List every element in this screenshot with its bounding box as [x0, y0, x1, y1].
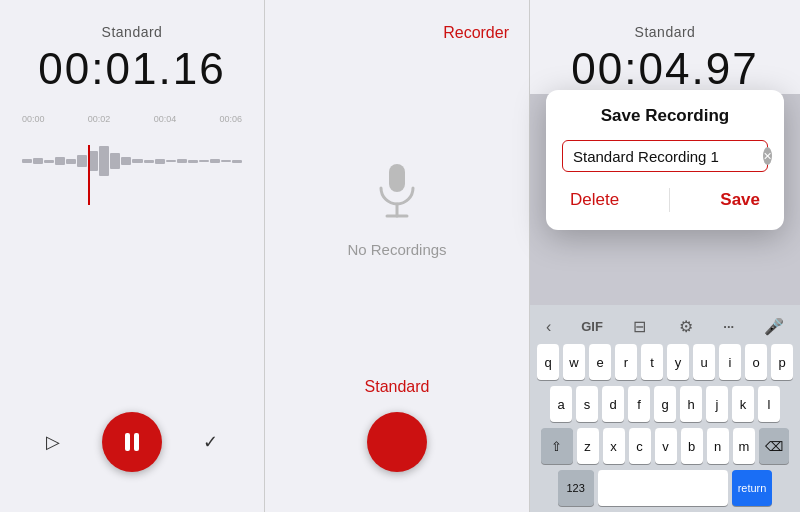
key-d[interactable]: d: [602, 386, 624, 422]
keyboard-settings-button[interactable]: ⚙: [675, 315, 697, 338]
waveform-label-3: 00:06: [219, 114, 242, 124]
key-y[interactable]: y: [667, 344, 689, 380]
key-h[interactable]: h: [680, 386, 702, 422]
waveform-bar: [132, 159, 142, 163]
empty-state: No Recordings: [347, 42, 446, 378]
waveform-labels: 00:00 00:02 00:04 00:06: [22, 114, 242, 124]
delete-button[interactable]: Delete: [562, 186, 627, 214]
waveform-area: 00:00 00:02 00:04 00:06: [22, 114, 242, 194]
key-n[interactable]: n: [707, 428, 729, 464]
mode-label: Standard: [365, 378, 430, 396]
waveform-bar: [155, 159, 165, 164]
waveform-bar: [232, 160, 242, 163]
return-key[interactable]: return: [732, 470, 773, 506]
waveform-bar: [33, 158, 43, 164]
keyboard-mic-button[interactable]: 🎤: [760, 315, 788, 338]
save-button[interactable]: Save: [712, 186, 768, 214]
dialog-input-row: ✕: [562, 140, 768, 172]
keyboard-more-button[interactable]: ···: [723, 319, 734, 334]
rewind-button[interactable]: ▷: [35, 424, 71, 460]
waveform-bar: [144, 160, 154, 163]
key-o[interactable]: o: [745, 344, 767, 380]
record-button[interactable]: [367, 412, 427, 472]
key-g[interactable]: g: [654, 386, 676, 422]
waveform-canvas: [22, 131, 242, 191]
key-s[interactable]: s: [576, 386, 598, 422]
key-a[interactable]: a: [550, 386, 572, 422]
panel3-top: Standard 00:04.97: [530, 0, 800, 94]
waveform-label-1: 00:02: [88, 114, 111, 124]
key-r[interactable]: r: [615, 344, 637, 380]
key-f[interactable]: f: [628, 386, 650, 422]
waveform-bar: [221, 160, 231, 162]
waveform-bar: [110, 153, 120, 169]
dialog-title: Save Recording: [562, 106, 768, 126]
microphone-icon: [373, 162, 421, 229]
waveform-bars: [22, 136, 242, 186]
waveform-label-0: 00:00: [22, 114, 45, 124]
pause-button[interactable]: [102, 412, 162, 472]
key-t[interactable]: t: [641, 344, 663, 380]
space-key[interactable]: [598, 470, 728, 506]
panel1-controls: ▷ ✓: [0, 412, 264, 512]
waveform-bar: [177, 159, 187, 163]
panel2-bottom: Standard: [265, 378, 529, 512]
keyboard-row-1: q w e r t y u i o p: [534, 344, 796, 380]
waveform-bar: [88, 151, 98, 171]
waveform-bar: [121, 157, 131, 165]
waveform-bar: [188, 160, 198, 163]
key-x[interactable]: x: [603, 428, 625, 464]
save-recording-dialog: Save Recording ✕ Delete Save: [546, 90, 784, 230]
svg-rect-0: [389, 164, 405, 192]
keyboard-toolbar: ‹ GIF ⊟ ⚙ ··· 🎤: [534, 311, 796, 344]
no-recordings-label: No Recordings: [347, 241, 446, 258]
key-q[interactable]: q: [537, 344, 559, 380]
keyboard-clipboard-button[interactable]: ⊟: [629, 315, 650, 338]
keyboard-gif-button[interactable]: GIF: [581, 319, 603, 334]
numbers-key[interactable]: 123: [558, 470, 594, 506]
key-u[interactable]: u: [693, 344, 715, 380]
shift-key[interactable]: ⇧: [541, 428, 573, 464]
key-i[interactable]: i: [719, 344, 741, 380]
recording-timer: 00:01.16: [38, 44, 225, 94]
key-m[interactable]: m: [733, 428, 756, 464]
recordings-list-panel: Recorder No Recordings Standard: [265, 0, 530, 512]
key-p[interactable]: p: [771, 344, 793, 380]
keyboard-back-button[interactable]: ‹: [542, 316, 555, 338]
waveform-bar: [66, 159, 76, 164]
panel3-mode-label: Standard: [635, 24, 696, 40]
waveform-bar: [55, 157, 65, 165]
panel1-header: Standard 00:01.16: [38, 24, 225, 94]
waveform-bar: [199, 160, 209, 162]
keyboard-row-2: a s d f g h j k l: [534, 386, 796, 422]
panel3-timer: 00:04.97: [571, 44, 758, 94]
done-button[interactable]: ✓: [193, 424, 229, 460]
dialog-buttons: Delete Save: [562, 186, 768, 214]
recording-name-input[interactable]: [573, 148, 763, 165]
recorder-title: Recorder: [443, 24, 509, 42]
waveform-bar: [22, 159, 32, 163]
waveform-bar: [166, 160, 176, 162]
clear-input-button[interactable]: ✕: [763, 147, 772, 165]
key-j[interactable]: j: [706, 386, 728, 422]
key-k[interactable]: k: [732, 386, 754, 422]
pause-icon: [125, 433, 139, 451]
keyboard-row-3: ⇧ z x c v b n m ⌫: [534, 428, 796, 464]
backspace-key[interactable]: ⌫: [759, 428, 789, 464]
keyboard-row-4: 123 return: [534, 470, 796, 506]
key-v[interactable]: v: [655, 428, 677, 464]
key-b[interactable]: b: [681, 428, 703, 464]
key-c[interactable]: c: [629, 428, 651, 464]
save-recording-panel: Standard 00:04.97 Save Recording ✕ Delet…: [530, 0, 800, 512]
button-divider: [669, 188, 670, 212]
waveform-bar: [44, 160, 54, 163]
keyboard-rows: q w e r t y u i o p a s d f g h j k: [534, 344, 796, 506]
key-z[interactable]: z: [577, 428, 599, 464]
waveform-bar: [77, 155, 87, 167]
recording-mode-label: Standard: [38, 24, 225, 40]
key-w[interactable]: w: [563, 344, 585, 380]
key-l[interactable]: l: [758, 386, 780, 422]
key-e[interactable]: e: [589, 344, 611, 380]
pause-bar-left: [125, 433, 130, 451]
playhead: [88, 145, 90, 205]
